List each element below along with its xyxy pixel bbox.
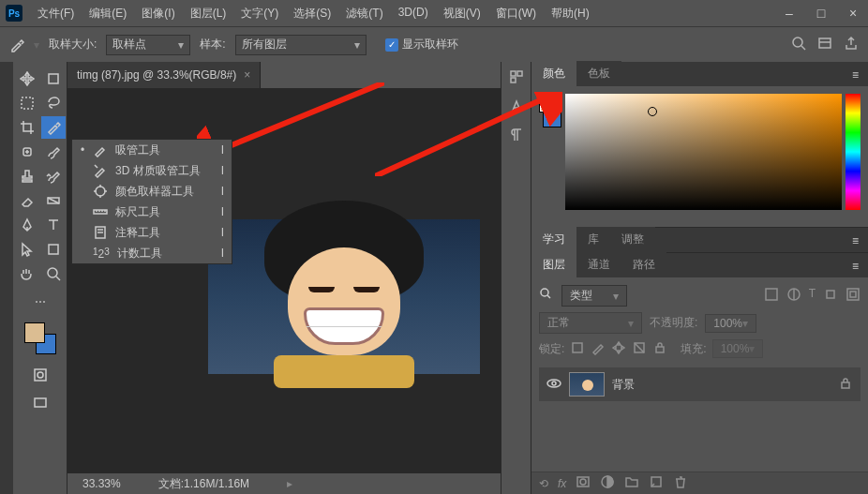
group-icon[interactable] — [624, 474, 639, 492]
move-tool[interactable] — [15, 67, 39, 90]
menu-window[interactable]: 窗口(W) — [490, 3, 542, 24]
panel-menu-icon[interactable]: ≡ — [843, 230, 868, 252]
flyout-color-sampler[interactable]: 颜色取样器工具I — [72, 181, 232, 202]
fill-input[interactable]: 100% — [712, 339, 764, 358]
mini-bg-swatch[interactable] — [543, 109, 561, 127]
path-select-tool[interactable] — [15, 238, 39, 261]
adjustment-icon[interactable] — [600, 474, 615, 492]
color-swatches[interactable] — [24, 322, 56, 354]
tab-learn[interactable]: 学习 — [531, 227, 576, 252]
zoom-tool[interactable] — [41, 262, 66, 285]
menu-3d[interactable]: 3D(D) — [393, 3, 434, 24]
tab-channels[interactable]: 通道 — [576, 252, 621, 277]
layer-item[interactable]: 背景 — [539, 367, 861, 401]
visibility-icon[interactable] — [546, 376, 561, 394]
stamp-tool[interactable] — [15, 165, 39, 187]
eyedropper-tool[interactable] — [41, 116, 66, 139]
healing-tool[interactable] — [15, 141, 39, 163]
edit-toolbar[interactable]: ⋯ — [28, 291, 52, 313]
layer-name[interactable]: 背景 — [612, 377, 635, 393]
lock-transparent-icon[interactable] — [570, 340, 585, 358]
history-brush-tool[interactable] — [41, 165, 66, 187]
flyout-count[interactable]: 123计数工具I — [72, 243, 232, 263]
link-layers-icon[interactable]: ⟲ — [539, 477, 548, 490]
menu-view[interactable]: 视图(V) — [438, 3, 486, 24]
shape-tool[interactable] — [41, 238, 66, 261]
new-layer-icon[interactable] — [649, 474, 664, 492]
panel-menu-icon[interactable]: ≡ — [843, 255, 868, 277]
eraser-tool[interactable] — [15, 189, 39, 212]
close-button[interactable]: × — [844, 4, 862, 22]
pen-tool[interactable] — [15, 214, 39, 236]
tab-adjustments[interactable]: 调整 — [610, 227, 655, 252]
tab-layers[interactable]: 图层 — [531, 252, 576, 277]
filter-kind-select[interactable]: 类型 — [561, 285, 627, 307]
mask-icon[interactable] — [576, 474, 591, 492]
lock-pixels-icon[interactable] — [591, 340, 606, 358]
filter-smart-icon[interactable] — [846, 287, 861, 305]
type-tool[interactable] — [41, 214, 66, 236]
lasso-tool[interactable] — [41, 92, 66, 114]
quickmask-tool[interactable] — [28, 364, 52, 386]
flyout-ruler[interactable]: 标尺工具I — [72, 202, 232, 222]
menu-layer[interactable]: 图层(L) — [185, 3, 232, 24]
gradient-tool[interactable] — [41, 189, 66, 212]
flyout-note[interactable]: 注释工具I — [72, 222, 232, 243]
menu-image[interactable]: 图像(I) — [136, 3, 180, 24]
foreground-swatch[interactable] — [24, 322, 45, 343]
svg-rect-20 — [573, 343, 582, 352]
sample-size-select[interactable]: 取样点 — [106, 35, 190, 55]
panel-menu-icon[interactable]: ≡ — [843, 64, 868, 86]
menu-select[interactable]: 选择(S) — [288, 3, 337, 24]
paragraph-panel-icon[interactable] — [509, 127, 524, 145]
lock-all-icon[interactable] — [652, 340, 667, 358]
hue-slider[interactable] — [846, 94, 861, 210]
character-panel-icon[interactable] — [509, 98, 524, 116]
filter-pixel-icon[interactable] — [764, 287, 779, 305]
history-panel-icon[interactable] — [509, 69, 524, 87]
canvas-area: timg (87).jpg @ 33.3%(RGB/8#) × 33.33% 文… — [67, 62, 501, 494]
tab-color[interactable]: 颜色 — [531, 61, 576, 86]
brush-tool[interactable] — [41, 141, 66, 163]
menu-edit[interactable]: 编辑(E) — [83, 3, 132, 24]
search-icon[interactable] — [539, 287, 554, 305]
filter-type-icon[interactable]: T — [809, 287, 816, 305]
hand-tool[interactable] — [15, 262, 39, 285]
lock-position-icon[interactable] — [611, 340, 626, 358]
tab-libraries[interactable]: 库 — [576, 227, 610, 252]
menu-file[interactable]: 文件(F) — [32, 3, 80, 24]
filter-shape-icon[interactable] — [823, 287, 838, 305]
fx-icon[interactable]: fx — [558, 477, 566, 490]
menu-help[interactable]: 帮助(H) — [546, 3, 595, 24]
layer-thumbnail[interactable] — [569, 372, 605, 397]
flyout-eyedropper[interactable]: •吸管工具I — [72, 140, 232, 160]
svg-point-30 — [96, 187, 105, 196]
close-tab-icon[interactable]: × — [244, 68, 250, 82]
menu-type[interactable]: 文字(Y) — [235, 3, 284, 24]
zoom-value[interactable]: 33.33% — [82, 477, 121, 490]
search-icon[interactable] — [791, 36, 806, 53]
crop-tool[interactable] — [15, 116, 39, 139]
screenmode-tool[interactable] — [28, 392, 52, 414]
color-field[interactable] — [565, 94, 842, 210]
delete-icon[interactable] — [673, 474, 688, 492]
layers-panel: 类型 T 正常 不透明度: 100% 锁定: — [531, 277, 868, 409]
share-icon[interactable] — [844, 36, 859, 53]
marquee-tool[interactable] — [15, 92, 39, 114]
maximize-button[interactable]: □ — [812, 4, 831, 22]
lock-artboard-icon[interactable] — [632, 340, 647, 358]
workspace-icon[interactable] — [817, 36, 832, 53]
show-ring-checkbox[interactable]: ✓ 显示取样环 — [385, 37, 458, 52]
tab-swatches[interactable]: 色板 — [576, 61, 621, 86]
minimize-button[interactable]: – — [780, 4, 799, 22]
opacity-input[interactable]: 100% — [705, 314, 756, 333]
document-tab[interactable]: timg (87).jpg @ 33.3%(RGB/8#) × — [67, 62, 261, 88]
mini-swatches[interactable] — [539, 94, 561, 219]
menu-filter[interactable]: 滤镜(T) — [340, 3, 388, 24]
tab-paths[interactable]: 路径 — [621, 252, 666, 277]
sample-layers-select[interactable]: 所有图层 — [235, 35, 367, 55]
artboard-tool[interactable] — [41, 67, 66, 90]
blend-mode-select[interactable]: 正常 — [539, 312, 642, 334]
filter-adjust-icon[interactable] — [786, 287, 801, 305]
flyout-3d-eyedropper[interactable]: 3D 材质吸管工具I — [72, 160, 232, 181]
